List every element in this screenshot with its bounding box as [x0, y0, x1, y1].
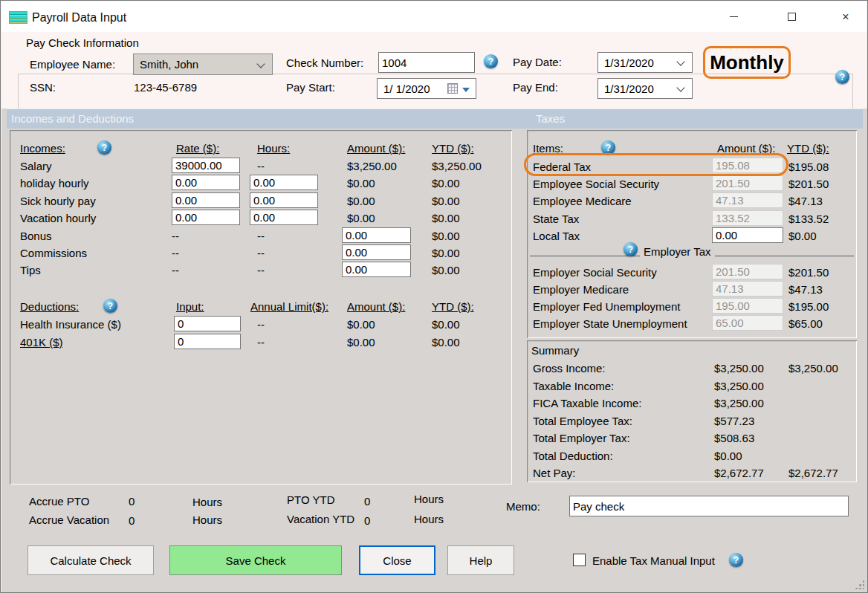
401k-input[interactable]: [174, 334, 241, 349]
help-button[interactable]: Help: [447, 545, 514, 575]
commissions-amount-input[interactable]: [342, 244, 411, 260]
federal-tax-ytd: $195.08: [788, 161, 829, 174]
employer-fed-unemployment-ytd: $195.00: [788, 300, 829, 314]
check-number-input[interactable]: [378, 52, 475, 73]
check-number-label: Check Number:: [286, 56, 363, 70]
memo-input[interactable]: [569, 496, 849, 516]
holiday-ytd: $0.00: [432, 177, 460, 190]
taxes-band-label: Taxes: [536, 112, 565, 125]
pay-date-select[interactable]: 1/31/2020: [597, 52, 693, 73]
maximize-icon: [788, 13, 796, 21]
income-row-label: Salary: [20, 160, 52, 173]
deductions-col-input: Input:: [176, 300, 204, 314]
employee-medicare-ytd: $47.13: [788, 195, 823, 208]
vacation-ytd: $0.00: [432, 212, 460, 225]
employer-ss-input: [712, 264, 783, 279]
pay-start-label: Pay Start:: [286, 81, 335, 94]
incomes-col-amount: Amount ($):: [347, 142, 405, 155]
employer-fed-unemployment-input: [712, 298, 783, 314]
save-check-button[interactable]: Save Check: [169, 545, 342, 575]
employer-medicare-ytd: $47.13: [788, 283, 823, 296]
check-number-help-icon[interactable]: ?: [484, 54, 498, 68]
pay-start-value: 1/ 1/2020: [383, 82, 430, 95]
minimize-button[interactable]: [716, 1, 751, 32]
maximize-button[interactable]: [774, 1, 809, 32]
tax-row-label: Employer Social Security: [533, 266, 657, 279]
income-row-label: holiday hourly: [20, 177, 89, 190]
deductions-title: Deductions:: [20, 300, 79, 314]
close-button[interactable]: Close: [359, 545, 435, 575]
total-deduction-value: $0.00: [714, 450, 742, 463]
bonus-ytd: $0.00: [432, 230, 460, 243]
summary-row-label: Total Employee Tax:: [533, 415, 632, 428]
401k-link[interactable]: 401K ($): [20, 336, 63, 349]
hours-label: Hours: [192, 496, 222, 509]
deductions-help-icon[interactable]: ?: [103, 299, 117, 313]
employer-medicare-input: [712, 281, 783, 296]
401k-annual-dash: --: [257, 336, 265, 349]
pto-ytd-value: 0: [364, 495, 370, 508]
employer-ss-ytd: $201.50: [788, 266, 829, 279]
holiday-hours-input[interactable]: [250, 175, 318, 190]
accrue-pto-label: Accrue PTO: [29, 495, 89, 508]
fica-taxable-income-value: $3,250.00: [714, 397, 764, 410]
taxes-help-icon[interactable]: ?: [601, 140, 615, 155]
pay-start-datepicker[interactable]: 1/ 1/2020: [377, 78, 476, 99]
chevron-down-icon: [676, 83, 684, 91]
incomes-col-hours: Hours:: [257, 142, 290, 155]
pay-end-select[interactable]: 1/31/2020: [597, 78, 693, 99]
calendar-icon: [447, 83, 458, 94]
vacation-rate-input[interactable]: [172, 210, 240, 225]
health-insurance-input[interactable]: [174, 316, 241, 331]
salary-ytd: $3,250.00: [432, 160, 482, 173]
gross-income-value: $3,250.00: [714, 362, 764, 375]
tax-row-label: Local Tax: [533, 230, 580, 243]
bonus-rate-dash: --: [172, 230, 179, 243]
tips-amount-input[interactable]: [342, 262, 411, 277]
local-tax-input[interactable]: [712, 227, 783, 243]
incomes-help-icon[interactable]: ?: [97, 140, 111, 155]
incomes-band-label: Incomes and Deductions: [11, 112, 134, 125]
calculate-check-button[interactable]: Calculate Check: [27, 545, 154, 575]
vacation-hours-input[interactable]: [250, 210, 318, 225]
commissions-ytd: $0.00: [432, 247, 460, 260]
tax-manual-input-help-icon[interactable]: ?: [729, 553, 743, 567]
tips-hours-dash: --: [257, 264, 265, 277]
section-band: Incomes and Deductions Taxes: [7, 108, 863, 129]
paycheck-section-help-icon[interactable]: ?: [835, 70, 849, 84]
local-tax-ytd: $0.00: [788, 230, 817, 243]
tax-row-label: Federal Tax: [533, 161, 591, 174]
chevron-down-icon: [256, 59, 265, 68]
salary-rate-input[interactable]: [172, 158, 240, 173]
holiday-rate-input[interactable]: [172, 175, 240, 190]
incomes-col-rate: Rate ($):: [176, 142, 219, 155]
health-insurance-amount: $0.00: [347, 318, 375, 331]
sick-amount: $0.00: [347, 195, 375, 208]
summary-row-label: Taxable Income:: [533, 380, 614, 393]
datepicker-dropdown-icon: [462, 88, 470, 92]
incomes-title: Incomes:: [20, 142, 65, 155]
summary-row-label: Total Deduction:: [533, 450, 613, 463]
employee-name-select[interactable]: Smith, John: [133, 54, 273, 75]
net-pay-value: $2,672.77: [714, 467, 764, 480]
enable-tax-manual-input-checkbox[interactable]: [573, 554, 586, 566]
employee-ss-input: [712, 175, 783, 191]
chevron-down-icon: [676, 57, 684, 65]
close-window-button[interactable]: ×: [829, 1, 863, 32]
vacation-ytd-label: Vacation YTD: [287, 513, 354, 526]
tax-row-label: Employee Social Security: [533, 178, 659, 191]
employee-name-value: Smith, John: [140, 58, 198, 71]
bonus-amount-input[interactable]: [342, 227, 411, 243]
tax-row-label: Employer Medicare: [533, 283, 629, 296]
pay-date-value: 1/31/2020: [604, 56, 654, 69]
holiday-amount: $0.00: [347, 177, 375, 190]
employer-tax-help-icon[interactable]: ?: [624, 242, 638, 256]
sick-hours-input[interactable]: [250, 192, 318, 208]
payroll-data-input-window: Payroll Data Input × Pay Check Informati…: [0, 0, 868, 593]
total-employer-tax-value: $508.63: [714, 432, 754, 445]
taxes-col-amount: Amount ($):: [717, 142, 775, 155]
sick-rate-input[interactable]: [172, 192, 240, 208]
taxes-title: Items:: [533, 142, 563, 155]
employee-ss-ytd: $201.50: [788, 178, 829, 191]
401k-ytd: $0.00: [432, 336, 460, 349]
